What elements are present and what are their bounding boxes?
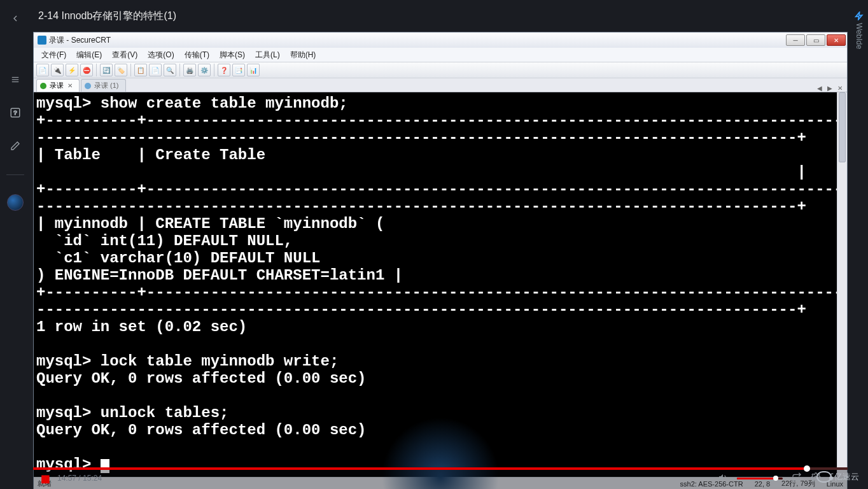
volume-fill	[737, 478, 776, 479]
tb-settings-icon[interactable]: ⚙️	[198, 64, 211, 76]
tb-props-icon[interactable]: 🏷️	[115, 64, 127, 76]
seek-fill	[33, 467, 807, 470]
window-title-text: 录课 - SecureCRT	[49, 35, 111, 46]
app-icon	[38, 36, 46, 45]
menu-options[interactable]: 选项(O)	[144, 48, 178, 62]
watermark-icon	[816, 471, 832, 483]
menu-transfer[interactable]: 传输(T)	[181, 48, 213, 62]
pencil-icon[interactable]	[8, 139, 22, 153]
window-titlebar[interactable]: 录课 - SecureCRT ─ ▭ ✕	[34, 32, 847, 48]
pause-button[interactable]: ▮▮	[41, 472, 48, 485]
menu-view[interactable]: 查看(V)	[108, 48, 141, 62]
tabs-close-icon[interactable]: ✕	[836, 85, 844, 92]
main-column: 2-14 Innodb存储引擎的特性(1) 录课 - SecureCRT ─ ▭…	[31, 0, 850, 489]
watermark: 亿速云	[813, 469, 863, 485]
watermark-text: 亿速云	[834, 471, 859, 483]
tab-close-icon[interactable]: ✕	[67, 82, 73, 89]
volume-icon[interactable]	[718, 472, 728, 485]
minimize-button[interactable]: ─	[786, 34, 805, 46]
rail-divider	[6, 174, 24, 175]
tab-label: 录课 (1)	[94, 81, 119, 90]
close-button[interactable]: ✕	[827, 34, 846, 46]
menu-edit[interactable]: 编辑(E)	[73, 48, 106, 62]
tb-disconnect-icon[interactable]: ⛔	[80, 64, 93, 76]
tabs-prev-icon[interactable]: ◀	[815, 85, 824, 92]
page-title: 2-14 Innodb存储引擎的特性(1)	[38, 10, 176, 23]
back-icon[interactable]	[8, 11, 22, 25]
video-controls: ▮▮ 14:57 / 15:24	[33, 467, 848, 489]
tb-connect-icon[interactable]: 🔌	[51, 64, 64, 76]
tb-extra1-icon[interactable]: 📑	[232, 64, 245, 76]
tb-extra2-icon[interactable]: 📊	[247, 64, 260, 76]
svg-text:?: ?	[13, 109, 17, 116]
scrollbar-thumb[interactable]	[839, 92, 846, 162]
video-content-area: 录课 - SecureCRT ─ ▭ ✕ 文件(F) 编辑(E) 查看(V) 选…	[33, 32, 848, 489]
tb-reconnect-icon[interactable]: 🔄	[100, 64, 113, 76]
tb-print-icon[interactable]: 🖨️	[183, 64, 196, 76]
tab-session-1[interactable]: 录课 ✕	[36, 79, 80, 92]
globe-icon[interactable]	[7, 194, 24, 211]
menu-file[interactable]: 文件(F)	[38, 48, 70, 62]
loop-icon[interactable]	[792, 472, 802, 485]
menu-script[interactable]: 脚本(S)	[216, 48, 249, 62]
video-time: 14:57 / 15:24	[57, 474, 102, 483]
volume-knob[interactable]	[773, 476, 778, 481]
menu-tools[interactable]: 工具(L)	[251, 48, 284, 62]
tb-find-icon[interactable]: 🔍	[164, 64, 176, 76]
help-icon[interactable]: ?	[8, 106, 22, 120]
tab-status-dot-icon	[40, 83, 46, 89]
tb-copy-icon[interactable]: 📋	[134, 64, 147, 76]
seek-bar[interactable]	[33, 467, 848, 470]
menu-help[interactable]: 帮助(H)	[286, 48, 320, 62]
webide-tab[interactable]: WebIde	[853, 8, 865, 53]
menu-icon[interactable]	[8, 73, 22, 87]
tb-quick-icon[interactable]: ⚡	[66, 64, 78, 76]
left-icon-rail: ?	[0, 0, 31, 489]
right-rail: WebIde	[850, 0, 868, 489]
time-current: 14:57	[57, 474, 76, 483]
tabs-next-icon[interactable]: ▶	[825, 85, 834, 92]
seek-knob[interactable]	[804, 465, 810, 472]
tab-session-2[interactable]: 录课 (1)	[81, 79, 126, 92]
tb-help-icon[interactable]: ❓	[218, 64, 230, 76]
toolbar: 📄 🔌 ⚡ ⛔ 🔄 🏷️ 📋 📄 🔍 🖨️ ⚙️ ❓ 📑 📊	[34, 62, 847, 78]
securecrt-window: 录课 - SecureCRT ─ ▭ ✕ 文件(F) 编辑(E) 查看(V) 选…	[33, 32, 848, 489]
terminal-output[interactable]: mysql> show create table myinnodb; +----…	[34, 92, 837, 477]
tab-label: 录课	[50, 81, 64, 90]
time-total: 15:24	[83, 474, 102, 483]
maximize-button[interactable]: ▭	[806, 34, 825, 46]
tb-new-icon[interactable]: 📄	[36, 64, 49, 76]
vertical-scrollbar[interactable]	[837, 92, 847, 477]
page-top-bar: 2-14 Innodb存储引擎的特性(1)	[31, 0, 850, 32]
tab-status-dot-icon	[85, 83, 91, 89]
session-tabs: 录课 ✕ 录课 (1) ◀ ▶ ✕	[34, 78, 847, 92]
webide-label: WebIde	[855, 23, 864, 49]
tb-paste-icon[interactable]: 📄	[149, 64, 162, 76]
menu-bar: 文件(F) 编辑(E) 查看(V) 选项(O) 传输(T) 脚本(S) 工具(L…	[34, 48, 847, 62]
volume-slider[interactable]	[737, 478, 783, 479]
